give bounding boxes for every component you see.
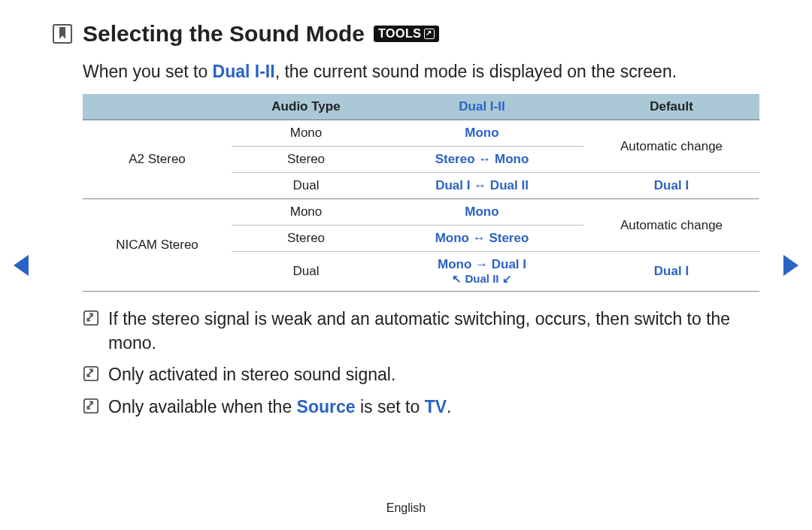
page-title: Selecting the Sound Mode TOOLS bbox=[83, 21, 439, 47]
cell-dual-multiline: Mono → Dual I ↖ Dual II ↙ bbox=[380, 252, 583, 292]
tools-badge: TOOLS bbox=[374, 26, 439, 42]
cell-default-auto: Automatic change bbox=[583, 199, 759, 252]
cell-dual: Mono ↔ Stereo bbox=[380, 226, 583, 252]
notes-section: If the stereo signal is weak and an auto… bbox=[83, 307, 759, 419]
cell-audio: Dual bbox=[232, 252, 380, 292]
n3-tv: TV bbox=[425, 397, 447, 416]
cell-dual-line2: ↖ Dual II ↙ bbox=[385, 272, 579, 286]
title-row: Selecting the Sound Mode TOOLS bbox=[53, 21, 759, 47]
cell-default-auto: Automatic change bbox=[583, 120, 759, 173]
th-default: Default bbox=[583, 94, 759, 120]
cell-default: Dual I bbox=[583, 252, 759, 292]
tools-badge-icon bbox=[424, 29, 435, 39]
table-row: A2 Stereo Mono Mono Automatic change bbox=[83, 120, 759, 147]
cell-audio: Stereo bbox=[232, 147, 380, 173]
note-icon bbox=[83, 310, 99, 326]
th-dual: Dual I-II bbox=[380, 94, 583, 120]
cell-dual: Dual I ↔ Dual II bbox=[380, 173, 583, 199]
th-audio-type: Audio Type bbox=[232, 94, 380, 120]
intro-highlight: Dual I-II bbox=[213, 62, 275, 81]
svg-rect-2 bbox=[84, 398, 98, 412]
intro-prefix: When you set to bbox=[83, 62, 213, 81]
footer-language: English bbox=[0, 501, 812, 515]
note-item: Only activated in stereo sound signal. bbox=[83, 362, 759, 386]
group-label-a2: A2 Stereo bbox=[83, 120, 232, 199]
note-icon bbox=[83, 398, 99, 414]
intro-suffix: , the current sound mode is displayed on… bbox=[275, 62, 677, 81]
group-label-nicam: NICAM Stereo bbox=[83, 199, 232, 292]
cell-audio: Mono bbox=[232, 199, 380, 226]
n3-prefix: Only available when the bbox=[108, 397, 297, 416]
note-text: Only activated in stereo sound signal. bbox=[108, 362, 395, 386]
note-item: If the stereo signal is weak and an auto… bbox=[83, 307, 759, 355]
cell-dual: Mono bbox=[380, 120, 583, 147]
cell-dual-line1: Mono → Dual I bbox=[385, 257, 579, 272]
cell-dual: Mono bbox=[380, 199, 583, 226]
cell-audio: Stereo bbox=[232, 226, 380, 252]
cell-audio: Dual bbox=[232, 173, 380, 199]
note-text: If the stereo signal is weak and an auto… bbox=[108, 307, 759, 355]
nav-prev-arrow[interactable] bbox=[14, 255, 29, 276]
note-item: Only available when the Source is set to… bbox=[83, 395, 759, 419]
bookmark-icon bbox=[53, 24, 72, 44]
note-icon bbox=[83, 365, 99, 382]
sound-mode-table: Audio Type Dual I-II Default A2 Stereo M… bbox=[83, 94, 759, 292]
note-text: Only available when the Source is set to… bbox=[108, 395, 451, 419]
cell-audio: Mono bbox=[232, 120, 380, 147]
n3-mid: is set to bbox=[356, 397, 425, 416]
cell-dual: Stereo ↔ Mono bbox=[380, 147, 583, 173]
intro-text: When you set to Dual I-II, the current s… bbox=[83, 60, 759, 83]
th-col1 bbox=[83, 94, 232, 120]
n3-suffix: . bbox=[447, 397, 451, 416]
cell-default: Dual I bbox=[583, 173, 759, 199]
table-row: NICAM Stereo Mono Mono Automatic change bbox=[83, 199, 759, 226]
n3-source: Source bbox=[297, 397, 356, 416]
tools-badge-text: TOOLS bbox=[378, 27, 421, 41]
title-text: Selecting the Sound Mode bbox=[83, 21, 365, 47]
nav-next-arrow[interactable] bbox=[783, 255, 798, 276]
